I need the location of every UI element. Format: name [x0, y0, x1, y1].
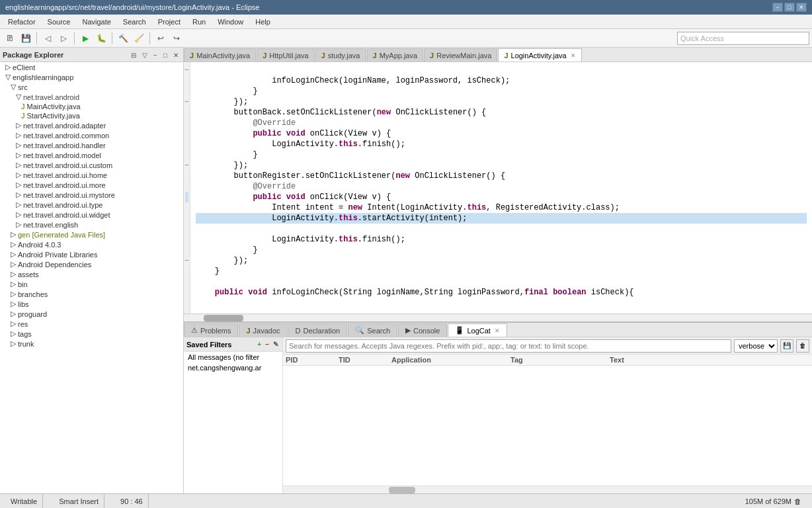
- logcat-clear-btn[interactable]: 🗑: [796, 339, 809, 353]
- toolbar-btn-save[interactable]: 💾: [19, 31, 33, 46]
- minimize-button[interactable]: −: [772, 3, 783, 12]
- tree-item-pkg-model[interactable]: ▷ net.travel.android.model: [0, 150, 183, 160]
- tab-close-loginactivity[interactable]: ✕: [571, 52, 576, 59]
- toolbar-btn-undo[interactable]: ↩: [153, 31, 168, 46]
- sidebar-menu-btn[interactable]: ▽: [140, 51, 149, 60]
- toolbar-btn-clean[interactable]: 🧹: [132, 31, 146, 46]
- logcat-verbose-select[interactable]: verbose debug info warn error: [734, 339, 778, 353]
- tree-item-assets[interactable]: ▷ assets: [0, 269, 183, 279]
- sidebar-max-btn[interactable]: □: [161, 51, 169, 60]
- logcat-save-btn[interactable]: 💾: [780, 339, 793, 353]
- tree-item-label: net.travel.english: [23, 221, 78, 229]
- tab-mainactivity[interactable]: J MainActivity.java: [184, 48, 256, 62]
- tab-javadoc[interactable]: J Javadoc: [239, 323, 287, 337]
- maximize-button[interactable]: □: [784, 3, 795, 12]
- tree-item-mainactivity[interactable]: J MainActivity.java: [0, 102, 183, 111]
- tab-label: study.java: [328, 52, 360, 60]
- col-app-header: Application: [391, 356, 510, 364]
- menu-search[interactable]: Search: [118, 17, 151, 27]
- code-hscroll[interactable]: [184, 314, 812, 321]
- gc-icon[interactable]: 🗑: [794, 497, 801, 505]
- menu-source[interactable]: Source: [42, 17, 76, 27]
- quick-access-box[interactable]: Quick Access: [677, 32, 809, 45]
- toolbar-btn-next[interactable]: ▷: [56, 31, 71, 46]
- tree-item-pkg-adapter[interactable]: ▷ net.travel.android.adapter: [0, 120, 183, 130]
- menu-run[interactable]: Run: [187, 17, 211, 27]
- tree-item-android-deps[interactable]: ▷ Android Dependencies: [0, 259, 183, 269]
- sidebar-close-btn[interactable]: ✕: [171, 51, 181, 60]
- edit-filter-button[interactable]: ✎: [272, 341, 280, 348]
- logcat-search-input[interactable]: [286, 339, 731, 353]
- add-filter-button[interactable]: +: [256, 341, 263, 348]
- tree-item-pkg-ui-home[interactable]: ▷ net.travel.android.ui.home: [0, 170, 183, 180]
- tree-item-label: net.travel.android.ui.more: [23, 181, 106, 189]
- sidebar-tree: ▷ eClient ▽ englishlearningapp ▽ src ▽ n…: [0, 62, 183, 493]
- tree-item-libs[interactable]: ▷ libs: [0, 299, 183, 309]
- tree-item-pkg-handler[interactable]: ▷ net.travel.android.handler: [0, 140, 183, 150]
- toolbar-btn-debug[interactable]: 🐛: [94, 31, 108, 46]
- tree-item-pkg-common[interactable]: ▷ net.travel.android.common: [0, 130, 183, 140]
- collapse-btn[interactable]: −: [184, 65, 189, 75]
- remove-filter-button[interactable]: −: [264, 341, 270, 348]
- code-content[interactable]: infoLoginCheck(loginName, loginPassword,…: [190, 62, 812, 314]
- tree-item-pkg-english[interactable]: ▷ net.travel.english: [0, 220, 183, 230]
- filter-cangshengwang[interactable]: net.cangshengwang.ar: [184, 362, 282, 373]
- tree-item-app[interactable]: ▽ englishlearningapp: [0, 72, 183, 82]
- tree-item-pkg-ui-more[interactable]: ▷ net.travel.android.ui.more: [0, 180, 183, 190]
- tab-console[interactable]: ▶ Console: [398, 323, 447, 337]
- tree-item-branches[interactable]: ▷ branches: [0, 289, 183, 299]
- tree-item-android403[interactable]: ▷ Android 4.0.3: [0, 239, 183, 249]
- sidebar-min-btn[interactable]: −: [151, 51, 159, 60]
- tree-item-eclient[interactable]: ▷ eClient: [0, 62, 183, 72]
- tab-myapp[interactable]: J MyApp.java: [367, 48, 424, 62]
- tree-item-startactivity[interactable]: J StartActivity.java: [0, 111, 183, 120]
- tree-item-res[interactable]: ▷ res: [0, 319, 183, 329]
- tab-close-logcat[interactable]: ✕: [495, 327, 500, 334]
- tab-loginactivity[interactable]: J LoginActivity.java ✕: [498, 48, 581, 62]
- tree-item-bin[interactable]: ▷ bin: [0, 279, 183, 289]
- tab-declaration[interactable]: D Declaration: [288, 323, 348, 337]
- tab-label: Problems: [200, 327, 231, 335]
- menu-help[interactable]: Help: [250, 17, 276, 27]
- tree-item-pkg-ui-custom[interactable]: ▷ net.travel.android.ui.custom: [0, 160, 183, 170]
- toolbar-btn-new[interactable]: 🖹: [3, 31, 17, 46]
- close-button[interactable]: ✕: [796, 3, 807, 12]
- toolbar-btn-run[interactable]: ▶: [78, 31, 93, 46]
- logcat-hscroll[interactable]: [283, 486, 812, 493]
- toolbar-btn-redo[interactable]: ↪: [169, 31, 184, 46]
- tree-item-proguard[interactable]: ▷ proguard: [0, 309, 183, 319]
- bottom-content: Saved Filters + − ✎ All messages (no fil…: [184, 337, 812, 493]
- tree-item-label: Android Private Libraries: [18, 251, 97, 259]
- collapse-btn[interactable]: −: [184, 255, 189, 266]
- collapse-btn[interactable]: −: [184, 97, 189, 107]
- filter-all-messages[interactable]: All messages (no filter: [184, 352, 282, 362]
- tree-item-pkg-main[interactable]: ▽ net.travel.android: [0, 92, 183, 102]
- tree-item-gen[interactable]: ▷ gen [Generated Java Files]: [0, 230, 183, 239]
- sidebar-collapse-btn[interactable]: ⊟: [129, 51, 138, 60]
- tab-study[interactable]: J study.java: [315, 48, 366, 62]
- tree-item-pkg-ui-mystore[interactable]: ▷ net.travel.android.ui.mystore: [0, 190, 183, 200]
- tab-logcat[interactable]: 📱 LogCat ✕: [448, 323, 507, 337]
- menu-refactor[interactable]: Refactor: [3, 17, 41, 27]
- collapse-btn[interactable]: −: [184, 160, 189, 171]
- toolbar-btn-prev[interactable]: ◁: [40, 31, 55, 46]
- tab-problems[interactable]: ⚠ Problems: [184, 323, 238, 337]
- tab-httputil[interactable]: J HttpUtil.java: [257, 48, 314, 62]
- tree-item-tags[interactable]: ▷ tags: [0, 329, 183, 339]
- tree-item-src[interactable]: ▽ src: [0, 82, 183, 92]
- menu-project[interactable]: Project: [153, 17, 186, 27]
- tree-item-label: Android 4.0.3: [18, 241, 61, 249]
- menu-navigate[interactable]: Navigate: [77, 17, 116, 27]
- tree-item-pkg-ui-type[interactable]: ▷ net.travel.android.ui.type: [0, 200, 183, 210]
- tree-item-trunk[interactable]: ▷ trunk: [0, 339, 183, 349]
- status-memory[interactable]: 105M of 629M 🗑: [740, 494, 807, 508]
- tree-item-label: net.travel.android.ui.custom: [23, 161, 112, 169]
- tree-item-android-private[interactable]: ▷ Android Private Libraries: [0, 249, 183, 259]
- tree-item-pkg-ui-widget[interactable]: ▷ net.travel.android.ui.widget: [0, 210, 183, 220]
- tab-search[interactable]: 🔍 Search: [348, 323, 397, 337]
- menu-window[interactable]: Window: [212, 17, 249, 27]
- logcat-body[interactable]: [283, 366, 812, 486]
- tab-reviewmain[interactable]: J ReviewMain.java: [424, 48, 497, 62]
- toolbar-btn-build[interactable]: 🔨: [116, 31, 130, 46]
- folder-icon: ▷: [16, 210, 21, 219]
